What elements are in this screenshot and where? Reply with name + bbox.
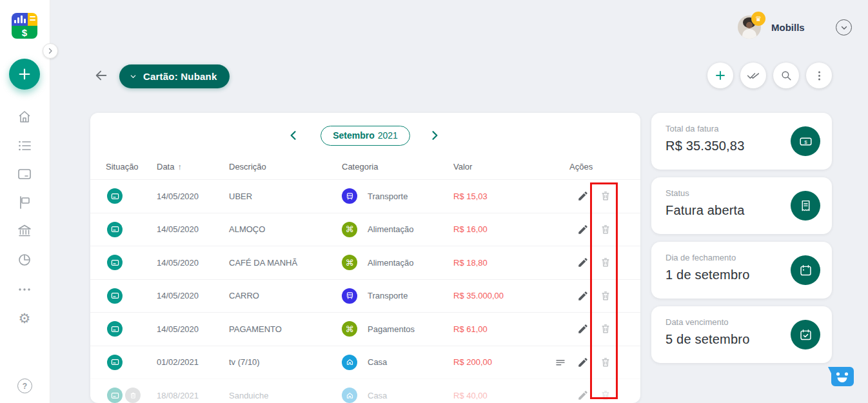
chevron-down-icon — [130, 73, 137, 80]
edit-pencil-icon[interactable] — [577, 357, 589, 368]
search-button[interactable] — [773, 63, 799, 88]
calendar-check-icon — [791, 320, 820, 349]
transaction-date: 14/05/2020 — [157, 192, 229, 201]
transaction-value: R$ 35.000,00 — [453, 291, 550, 300]
transaction-description: ALMOÇO — [229, 224, 342, 234]
delete-trash-icon[interactable] — [600, 224, 611, 235]
sidebar-item-home-icon[interactable] — [17, 109, 32, 124]
transaction-description: CARRO — [229, 291, 342, 300]
logo-barchart-icon — [12, 13, 28, 26]
edit-pencil-icon[interactable] — [577, 389, 589, 401]
delete-trash-icon[interactable] — [600, 323, 611, 335]
invoice-table-card: Setembro 2021 Situação Data↑ Descrição C… — [90, 113, 640, 403]
transaction-value: R$ 18,80 — [453, 258, 550, 268]
summary-card-closing-day: Dia de fechamento 1 de setembro — [651, 242, 832, 299]
avatar-body — [742, 29, 756, 39]
category-alimentacao-icon: ⌘ — [342, 255, 357, 270]
delete-trash-icon[interactable] — [600, 257, 611, 268]
sidebar-item-bank-icon[interactable] — [17, 223, 32, 239]
transaction-date: 14/05/2020 — [157, 291, 229, 300]
month-selector-button[interactable]: Setembro 2021 — [321, 126, 410, 146]
column-header-valor[interactable]: Valor — [453, 162, 550, 172]
transaction-row[interactable]: 14/05/2020 CAFÉ DA MANHÃ ⌘Alimentação R$… — [90, 246, 640, 279]
avatar-face — [746, 22, 753, 28]
transaction-row[interactable]: 14/05/2020 PAGAMENTO ⌘Pagamentos R$ 61,0… — [90, 312, 640, 346]
sidebar-item-transactions-icon[interactable] — [17, 138, 32, 153]
transaction-row[interactable]: 14/05/2020 ALMOÇO ⌘Alimentação R$ 16,00 — [90, 213, 640, 246]
category-label: Alimentação — [368, 258, 414, 268]
transaction-row[interactable]: 18/08/2021 Sanduiche Casa R$ 40,00 — [90, 378, 640, 403]
column-header-acoes: Ações — [550, 162, 625, 172]
support-chat-smiley-icon[interactable] — [827, 364, 855, 391]
delete-trash-icon[interactable] — [600, 190, 611, 202]
edit-pencil-icon[interactable] — [577, 190, 589, 202]
transaction-description: PAGAMENTO — [229, 324, 342, 334]
transaction-date: 14/05/2020 — [157, 258, 229, 268]
category-casa-icon — [342, 355, 357, 370]
delete-trash-icon[interactable] — [600, 389, 611, 401]
category-transporte-icon — [342, 188, 357, 204]
summary-card-total: Total da fatura R$ 35.350,83 — [651, 113, 832, 170]
category-label: Transporte — [368, 192, 408, 201]
add-expense-button[interactable] — [707, 63, 733, 88]
edit-pencil-icon[interactable] — [577, 257, 589, 268]
invoice-icon — [791, 191, 820, 221]
transaction-row[interactable]: 14/05/2020 UBER Transporte R$ 15,03 — [90, 179, 640, 213]
sidebar-item-credit-card-icon[interactable] — [17, 166, 32, 182]
transaction-value: R$ 200,00 — [453, 357, 550, 367]
table-header-row: Situação Data↑ Descrição Categoria Valor… — [90, 154, 640, 179]
transaction-row[interactable]: 14/05/2020 CARRO Transporte R$ 35.000,00 — [90, 279, 640, 313]
add-transaction-fab[interactable] — [9, 59, 40, 90]
sidebar-expand-chevron-icon[interactable] — [43, 43, 58, 59]
edit-pencil-icon[interactable] — [577, 224, 589, 235]
help-icon[interactable]: ? — [17, 378, 32, 393]
card-status-icon — [107, 388, 123, 403]
calendar-icon — [791, 255, 820, 285]
sidebar-item-settings-gear-icon[interactable]: ⚙ — [17, 311, 32, 326]
sidebar-item-more-icon[interactable] — [17, 282, 32, 297]
money-icon — [791, 126, 820, 156]
column-header-descricao[interactable]: Descrição — [229, 162, 342, 172]
column-header-data[interactable]: Data↑ — [157, 162, 229, 172]
category-label: Casa — [368, 357, 387, 367]
transaction-value: R$ 15,03 — [453, 192, 550, 201]
card-status-icon — [107, 288, 123, 304]
transaction-description: CAFÉ DA MANHÃ — [229, 258, 342, 268]
installment-note-icon[interactable] — [555, 357, 566, 368]
year-label: 2021 — [378, 130, 398, 141]
delete-trash-icon[interactable] — [600, 290, 611, 302]
edit-pencil-icon[interactable] — [577, 323, 589, 335]
delete-trash-icon[interactable] — [600, 357, 611, 368]
column-header-situacao[interactable]: Situação — [106, 162, 157, 172]
category-casa-icon — [342, 388, 357, 403]
edit-pencil-icon[interactable] — [577, 290, 589, 302]
transaction-date: 14/05/2020 — [157, 224, 229, 234]
next-month-chevron-icon[interactable] — [428, 128, 444, 143]
transaction-description: tv (7/10) — [229, 357, 342, 367]
summary-card-status: Status Fatura aberta — [651, 177, 832, 234]
sort-arrow-icon: ↑ — [177, 162, 182, 172]
category-pagamentos-icon: ⌘ — [342, 321, 357, 337]
user-menu-chevron-icon[interactable] — [836, 19, 852, 35]
ignored-status-icon — [125, 388, 141, 403]
more-options-button[interactable] — [806, 63, 832, 88]
category-label: Casa — [368, 391, 387, 400]
transaction-description: UBER — [229, 192, 342, 201]
sidebar-item-goals-flag-icon[interactable] — [17, 195, 32, 210]
column-header-categoria[interactable]: Categoria — [342, 162, 453, 172]
pay-all-double-check-button[interactable] — [740, 63, 766, 88]
transaction-date: 14/05/2020 — [157, 324, 229, 334]
transaction-value: R$ 16,00 — [453, 224, 550, 234]
sidebar-item-reports-pie-icon[interactable] — [17, 252, 32, 268]
card-status-icon — [107, 255, 123, 270]
back-button[interactable] — [94, 68, 108, 83]
transaction-row[interactable]: 01/02/2021 tv (7/10) Casa R$ 200,00 — [90, 346, 640, 379]
card-selector-button[interactable]: Cartão: Nubank — [119, 64, 230, 88]
transaction-date: 01/02/2021 — [157, 357, 229, 367]
category-transporte-icon — [342, 288, 357, 304]
mobills-logo[interactable]: $ — [12, 13, 37, 39]
previous-month-chevron-icon[interactable] — [287, 128, 302, 143]
logo-dollar-icon: $ — [12, 26, 37, 39]
card-status-icon — [107, 188, 123, 204]
card-status-icon — [107, 355, 123, 370]
